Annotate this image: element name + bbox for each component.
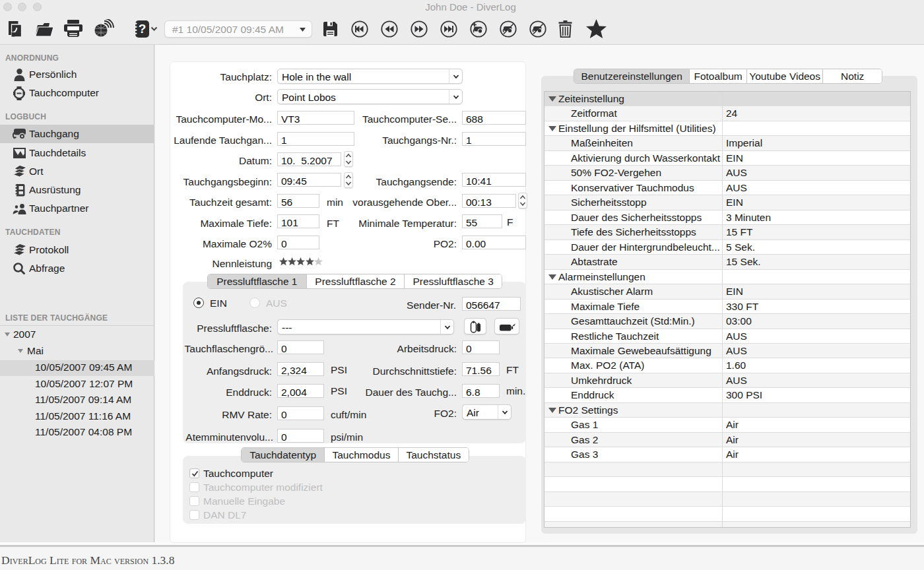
svg-text:?: ? <box>139 22 147 36</box>
